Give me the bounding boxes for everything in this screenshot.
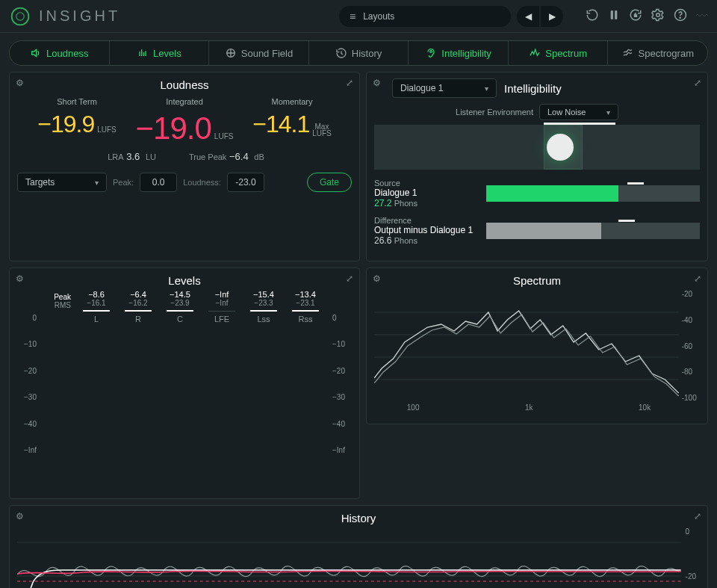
gear-icon[interactable]: ⚙ — [373, 273, 381, 284]
source-name: Dialogue 1 — [374, 188, 479, 198]
lra-value: 3.6 — [126, 151, 140, 162]
settings-icon[interactable] — [651, 8, 665, 25]
app-header: INSIGHT ≡ Layouts ◀ ▶ 〰 — [0, 0, 717, 33]
levels-axis-left: 0−10−20 −30−40−Inf — [17, 290, 40, 454]
next-layout-button[interactable]: ▶ — [541, 6, 563, 27]
chevron-down-icon: ▾ — [606, 108, 610, 117]
tab-loudness[interactable]: Loudness — [10, 41, 110, 65]
tab-sound-field[interactable]: Sound Field — [209, 41, 309, 65]
difference-bar — [486, 223, 700, 239]
integrated-value: −19.0 — [136, 111, 211, 146]
wave-icon[interactable]: 〰 — [696, 10, 708, 23]
gear-icon[interactable]: ⚙ — [16, 273, 24, 284]
history-chart — [17, 527, 681, 588]
prev-layout-button[interactable]: ◀ — [517, 6, 539, 27]
help-icon[interactable] — [674, 8, 687, 25]
meter-C: −14.5−23.9C — [164, 290, 196, 324]
meter-LFE: −Inf−InfLFE — [205, 290, 238, 324]
short-term-value: −19.9 — [37, 111, 94, 137]
meter-R: −6.4−16.2R — [122, 290, 155, 324]
targets-dropdown[interactable]: Targets▾ — [17, 173, 107, 192]
source-bar — [486, 185, 700, 202]
tab-spectrogram[interactable]: Spectrogram — [608, 41, 707, 65]
panel-title: Levels — [17, 274, 352, 287]
short-term-label: Short Term — [23, 97, 131, 106]
difference-desc: Output minus Dialogue 1 — [374, 225, 479, 235]
expand-icon[interactable]: ⤢ — [346, 273, 353, 284]
momentary-label: Momentary — [238, 97, 346, 106]
levels-panel: ⚙ ⤢ Levels 0−10−20 −30−40−Inf Peak RMS −… — [9, 267, 360, 499]
list-icon: ≡ — [350, 10, 356, 22]
dialogue-select[interactable]: Dialogue 1▾ — [392, 78, 497, 98]
expand-icon[interactable]: ⤢ — [694, 78, 701, 88]
loudness-target-input[interactable]: -23.0 — [227, 173, 264, 192]
svg-point-1 — [16, 12, 25, 20]
chevron-down-icon: ▾ — [485, 84, 488, 93]
intelligibility-panel: ⚙ ⤢ Dialogue 1▾ Intelligibility Listener… — [366, 72, 708, 261]
gear-icon[interactable]: ⚙ — [373, 78, 381, 88]
loudness-panel: ⚙ ⤢ Loudness Short Term −19.9LUFS Integr… — [9, 72, 360, 261]
gauge-knob — [547, 134, 574, 161]
panel-title: Loudness — [17, 78, 352, 91]
difference-phons: 26.6 — [374, 235, 391, 246]
chevron-down-icon: ▾ — [95, 179, 99, 187]
integrated-label: Integrated — [131, 97, 238, 106]
meter-Rss: −13.4−23.1Rss — [289, 290, 322, 324]
meter-Lss: −15.4−23.3Lss — [247, 290, 280, 324]
svg-point-4 — [657, 13, 660, 16]
layouts-label: Layouts — [363, 11, 394, 22]
reset-icon[interactable] — [586, 8, 599, 25]
logo-icon — [9, 5, 31, 28]
tab-levels[interactable]: Levels — [110, 41, 210, 65]
panel-title: History — [17, 512, 700, 524]
spectrum-chart — [374, 290, 679, 402]
tab-spectrum[interactable]: Spectrum — [509, 41, 609, 65]
tab-intelligibility[interactable]: Intelligibility — [409, 41, 509, 65]
history-panel: ⚙ ⤢ History 0-20-40 24681012141618202224… — [9, 505, 708, 588]
true-peak-value: −6.4 — [229, 151, 249, 162]
svg-rect-3 — [615, 10, 617, 19]
panel-title: Spectrum — [374, 274, 700, 287]
expand-icon[interactable]: ⤢ — [694, 511, 701, 522]
svg-point-8 — [430, 51, 432, 53]
listener-env-select[interactable]: Low Noise▾ — [539, 104, 618, 120]
svg-point-6 — [680, 17, 680, 18]
meter-L: −8.6−16.1L — [80, 290, 113, 324]
module-tabs: Loudness Levels Sound Field History Inte… — [9, 40, 708, 66]
svg-rect-2 — [611, 10, 613, 19]
intelligibility-gauge — [374, 125, 700, 170]
panel-title: Intelligibility — [504, 82, 562, 95]
layouts-dropdown[interactable]: ≡ Layouts — [339, 6, 511, 27]
gear-icon[interactable]: ⚙ — [16, 78, 24, 88]
gear-icon[interactable]: ⚙ — [16, 511, 24, 522]
pause-icon[interactable] — [608, 9, 620, 24]
momentary-value: −14.1 — [252, 111, 309, 137]
brand-name: INSIGHT — [39, 7, 120, 25]
tab-history[interactable]: History — [309, 41, 409, 65]
refresh-meters-icon[interactable] — [629, 8, 642, 25]
expand-icon[interactable]: ⤢ — [694, 273, 701, 284]
levels-axis-right: 0−10−20 −30−40−Inf — [329, 290, 352, 454]
expand-icon[interactable]: ⤢ — [346, 78, 353, 88]
gate-button[interactable]: Gate — [307, 173, 352, 192]
peak-target-input[interactable]: 0.0 — [140, 173, 177, 192]
meters-container: −8.6−16.1L−6.4−16.2R−14.5−23.9C−Inf−InfL… — [72, 290, 329, 324]
source-phons: 27.2 — [374, 198, 391, 208]
spectrum-panel: ⚙ ⤢ Spectrum -20-40-60-80-100 100 1k 10k — [366, 267, 708, 424]
